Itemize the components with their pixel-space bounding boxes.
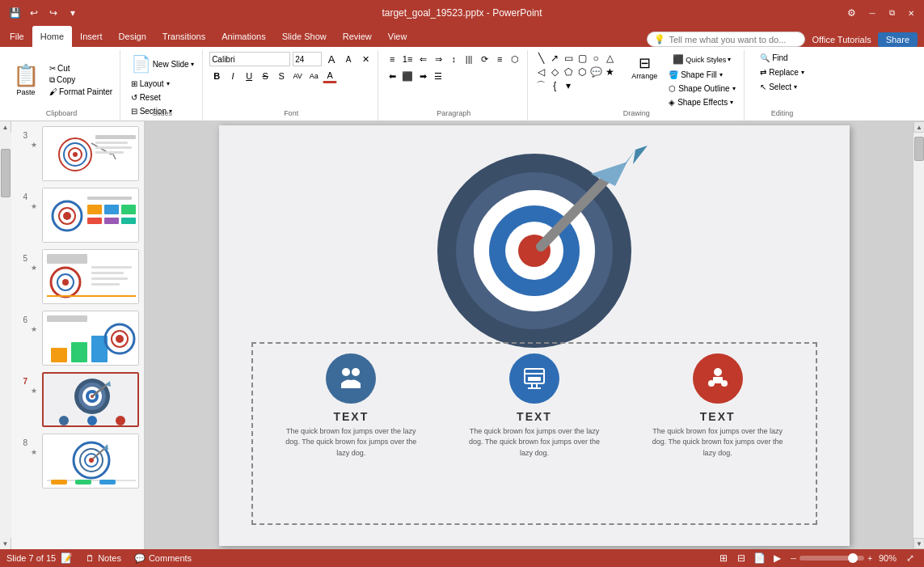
brace-shape[interactable]: { bbox=[548, 79, 561, 92]
justify-button[interactable]: ☰ bbox=[431, 69, 445, 83]
star-shape[interactable]: ★ bbox=[603, 66, 616, 78]
tab-view[interactable]: View bbox=[380, 26, 416, 47]
tell-me-input[interactable]: 💡 bbox=[647, 32, 805, 47]
office-tutorials-link[interactable]: Office Tutorials bbox=[812, 35, 871, 44]
scroll-thumb[interactable] bbox=[1, 149, 11, 197]
slide-thumbnail-3[interactable]: 3 ★ bbox=[15, 125, 141, 183]
slide-panel-scrollbar[interactable]: ▲ ▼ bbox=[0, 121, 11, 549]
callout-shape[interactable]: 💬 bbox=[589, 66, 602, 78]
align-center-button[interactable]: ⬛ bbox=[400, 69, 415, 83]
tab-file[interactable]: File bbox=[2, 26, 32, 47]
customize-button[interactable]: ▾ bbox=[65, 5, 81, 21]
select-button[interactable]: ↖ Select ▾ bbox=[757, 81, 800, 93]
text-direction-button[interactable]: ⟳ bbox=[477, 52, 492, 66]
save-button[interactable]: 💾 bbox=[6, 5, 23, 21]
bold-button[interactable]: B bbox=[209, 69, 224, 83]
quick-styles-dropdown[interactable]: ▾ bbox=[728, 56, 731, 63]
line-spacing-button[interactable]: ↕ bbox=[446, 52, 461, 66]
italic-button[interactable]: I bbox=[226, 69, 240, 83]
tab-design[interactable]: Design bbox=[111, 26, 154, 47]
copy-button[interactable]: ⧉ Copy bbox=[47, 74, 115, 86]
curve-shape[interactable]: ⌒ bbox=[534, 79, 547, 92]
slide-thumbnail-7[interactable]: 7 ★ bbox=[15, 370, 141, 429]
tab-home[interactable]: Home bbox=[32, 26, 72, 47]
slide-thumbnail-4[interactable]: 4 ★ bbox=[15, 186, 141, 244]
shape-effects-dropdown[interactable]: ▾ bbox=[730, 99, 733, 106]
reading-view-button[interactable]: 📄 bbox=[752, 551, 766, 565]
paste-button[interactable]: 📋 Paste bbox=[8, 60, 44, 99]
zoom-out-icon[interactable]: ─ bbox=[791, 554, 796, 563]
new-slide-dropdown-icon[interactable]: ▾ bbox=[191, 61, 194, 68]
text-shadow-button[interactable]: S bbox=[274, 69, 289, 83]
decrease-font-size-button[interactable]: A bbox=[341, 52, 356, 66]
rtriangle-shape[interactable]: ◁ bbox=[534, 66, 547, 78]
minimize-button[interactable]: ─ bbox=[866, 6, 879, 19]
slideshow-button[interactable]: ▶ bbox=[770, 551, 784, 565]
quick-styles-button[interactable]: ⬛ Quick Styles ▾ bbox=[665, 52, 738, 67]
new-slide-button[interactable]: 📄 New Slide ▾ bbox=[128, 52, 197, 76]
columns-button[interactable]: ||| bbox=[462, 52, 476, 66]
align-right-button[interactable]: ➡ bbox=[416, 69, 430, 83]
shape-outline-button[interactable]: ⬡ Shape Outline ▾ bbox=[665, 83, 738, 95]
change-case-button[interactable]: Aa bbox=[306, 69, 321, 83]
cut-button[interactable]: ✂ Cut bbox=[47, 63, 115, 74]
replace-dropdown[interactable]: ▾ bbox=[801, 69, 804, 76]
tab-animations[interactable]: Animations bbox=[213, 26, 273, 47]
rect-shape[interactable]: ▭ bbox=[562, 52, 575, 65]
slide-thumbnail-8[interactable]: 8 ★ bbox=[15, 432, 141, 490]
triangle-shape[interactable]: △ bbox=[603, 52, 616, 65]
undo-button[interactable]: ↩ bbox=[26, 5, 42, 21]
slide-canvas[interactable]: TEXT The quick brown fox jumps over the … bbox=[219, 125, 850, 546]
shape-fill-dropdown[interactable]: ▾ bbox=[719, 71, 723, 78]
arrange-button[interactable]: ⊟ Arrange bbox=[627, 52, 662, 83]
slide-thumbnail-6[interactable]: 6 ★ bbox=[15, 309, 141, 367]
zoom-slider[interactable] bbox=[800, 556, 864, 561]
diamond-shape[interactable]: ◇ bbox=[548, 66, 561, 78]
comments-button[interactable]: 💬 Comments bbox=[134, 553, 192, 564]
shape-effects-button[interactable]: ◈ Shape Effects ▾ bbox=[665, 96, 738, 108]
char-spacing-button[interactable]: AV bbox=[290, 69, 305, 83]
restore-button[interactable]: ⧉ bbox=[885, 6, 898, 19]
replace-button[interactable]: ⇄ Replace ▾ bbox=[757, 66, 808, 78]
format-painter-button[interactable]: 🖌 Format Painter bbox=[47, 87, 115, 97]
zoom-in-icon[interactable]: + bbox=[867, 554, 872, 563]
scroll-down-button[interactable]: ▼ bbox=[0, 538, 11, 549]
rounded-rect-shape[interactable]: ▢ bbox=[576, 52, 589, 65]
strikethrough-button[interactable]: S bbox=[258, 69, 272, 83]
share-button[interactable]: Share bbox=[878, 32, 918, 47]
slide-sorter-button[interactable]: ⊟ bbox=[734, 551, 749, 565]
slide-notes-icon[interactable]: 📝 bbox=[61, 552, 73, 564]
normal-view-button[interactable]: ⊞ bbox=[716, 551, 731, 565]
smartart-button[interactable]: ⬡ bbox=[508, 52, 522, 66]
close-button[interactable]: ✕ bbox=[905, 6, 918, 19]
layout-button[interactable]: ⊞ Layout ▾ bbox=[128, 78, 173, 90]
line-shape[interactable]: ╲ bbox=[534, 52, 547, 65]
increase-indent-button[interactable]: ⇒ bbox=[431, 52, 445, 66]
fit-slide-button[interactable]: ⤢ bbox=[903, 551, 918, 565]
font-family-input[interactable] bbox=[209, 52, 290, 66]
tab-insert[interactable]: Insert bbox=[72, 26, 111, 47]
hexagon-shape[interactable]: ⬡ bbox=[576, 66, 589, 78]
tab-slideshow[interactable]: Slide Show bbox=[274, 26, 335, 47]
tab-review[interactable]: Review bbox=[335, 26, 380, 47]
canvas-scroll-thumb[interactable] bbox=[914, 137, 924, 161]
settings-icon[interactable]: ⚙ bbox=[843, 5, 859, 21]
reset-button[interactable]: ↺ Reset bbox=[128, 91, 164, 104]
arrow-shape[interactable]: ↗ bbox=[548, 52, 561, 65]
align-text-button[interactable]: ≡ bbox=[492, 52, 507, 66]
notes-button[interactable]: 🗒 Notes bbox=[86, 553, 121, 563]
clear-formatting-button[interactable]: ✕ bbox=[358, 52, 373, 66]
slide-thumbnail-5[interactable]: 5 ★ bbox=[15, 248, 141, 306]
underline-button[interactable]: U bbox=[242, 69, 256, 83]
canvas-scroll-down[interactable]: ▼ bbox=[913, 538, 924, 549]
ellipse-shape[interactable]: ○ bbox=[589, 52, 602, 65]
select-dropdown[interactable]: ▾ bbox=[794, 83, 797, 91]
font-color-button[interactable]: A bbox=[323, 69, 337, 83]
zoom-thumb[interactable] bbox=[848, 553, 858, 563]
pentagon-shape[interactable]: ⬠ bbox=[562, 66, 575, 78]
bullets-button[interactable]: ≡ bbox=[385, 52, 399, 66]
scroll-up-button[interactable]: ▲ bbox=[0, 121, 11, 133]
tab-transitions[interactable]: Transitions bbox=[154, 26, 213, 47]
tell-me-field[interactable] bbox=[669, 35, 798, 44]
increase-font-size-button[interactable]: A bbox=[324, 52, 339, 66]
